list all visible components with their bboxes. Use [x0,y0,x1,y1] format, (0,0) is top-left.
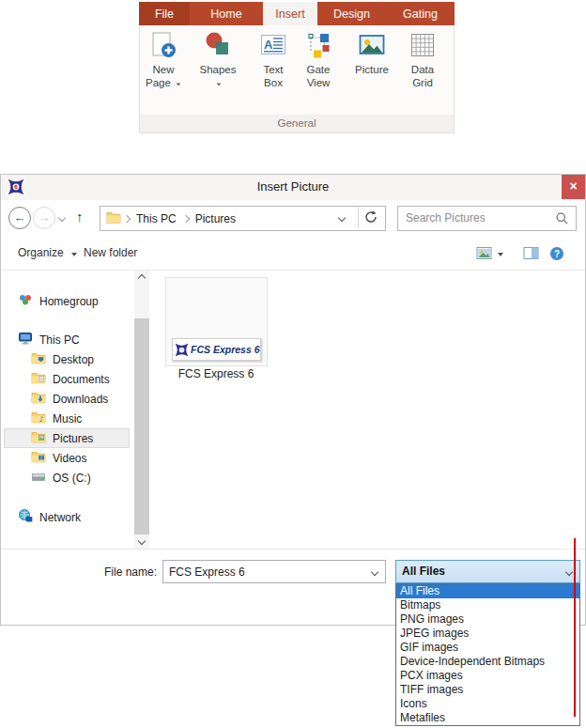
file-type-dropdown: All Files Bitmaps PNG images JPEG images… [395,583,580,726]
homegroup-icon [18,292,33,310]
folder-videos-icon [31,449,46,467]
breadcrumb-pictures[interactable]: Pictures [192,212,239,225]
dialog-title: Insert Picture [1,179,585,194]
file-type-select[interactable]: All Files [395,560,580,583]
up-button[interactable]: ↑ [76,209,84,225]
preview-pane-button[interactable] [523,246,539,263]
scroll-down-icon[interactable] [138,537,146,545]
new-page-label-2: Page [146,77,171,88]
sidebar-scrollbar[interactable] [134,271,149,549]
scrollbar-thumb[interactable] [134,318,149,534]
sidebar-item-downloads[interactable]: Downloads [31,389,108,409]
back-button[interactable]: ← [8,207,31,229]
shapes-button[interactable]: Shapes [194,31,241,89]
option-pcx[interactable]: PCX images [396,669,579,683]
picture-button[interactable]: Picture [347,31,397,76]
sidebar-item-documents[interactable]: Documents [31,369,110,389]
sidebar-item-homegroup[interactable]: Homegroup [18,291,99,311]
gate-view-button[interactable]: Gate View [295,31,342,89]
change-view-button[interactable] [476,246,492,263]
computer-icon [18,331,33,349]
breadcrumb-separator-icon [123,214,131,222]
forward-button[interactable]: → [33,207,55,229]
scroll-up-icon[interactable] [138,274,146,282]
help-icon[interactable]: ? [549,246,564,264]
thumbnail-logo-text: FCS Express 6 [191,344,260,355]
search-icon[interactable] [555,211,569,228]
new-folder-label: New folder [84,246,137,259]
option-all-files[interactable]: All Files [396,584,579,598]
ribbon-tab-strip: File Home Insert Design Gating [139,2,455,25]
file-name-input[interactable]: FCS Express 6 [162,560,386,583]
file-type-caret-icon[interactable] [565,568,573,576]
option-icons[interactable]: Icons [396,697,579,711]
folder-downloads-icon [31,390,46,408]
dropdown-caret-icon [71,253,77,256]
sidebar-item-this-pc[interactable]: This PC [18,330,80,349]
sidebar-item-desktop[interactable]: Desktop [31,349,94,369]
ribbon-body: New Page Shapes A [139,25,455,133]
folder-desktop-icon [31,350,46,368]
option-png[interactable]: PNG images [396,612,579,627]
drive-icon [31,469,46,487]
file-browser-content: Homegroup This PC [1,271,585,550]
file-item-fcs-express-6[interactable]: FCS Express 6 [165,277,268,366]
option-jpeg[interactable]: JPEG images [396,627,579,641]
shapes-icon [194,31,241,63]
data-grid-button[interactable]: Data Grid [399,31,446,89]
file-name-label: File name: [91,565,157,579]
organize-button[interactable]: Organize [18,246,77,259]
new-folder-button[interactable]: New folder [84,246,137,259]
tab-file[interactable]: File [139,2,190,25]
view-caret-icon[interactable] [498,253,503,256]
tab-home[interactable]: Home [190,2,263,25]
sidebar-item-os-c[interactable]: OS (C:) [31,468,91,488]
ribbon-group-general: General [140,115,454,132]
group-label: General [278,117,316,129]
new-page-icon [140,31,187,63]
tab-insert[interactable]: Insert [263,2,317,25]
option-metafiles[interactable]: Metafiles [396,711,579,725]
svg-text:A: A [264,38,273,52]
sidebar-item-videos[interactable]: Videos [31,448,86,468]
organize-label: Organize [18,246,64,259]
dropdown-caret-icon [217,83,222,85]
file-caption: FCS Express 6 [151,367,281,380]
tab-design[interactable]: Design [317,2,386,25]
text-box-button[interactable]: A Text Box [250,31,297,89]
file-type-value: All Files [402,565,445,578]
option-tiff[interactable]: TIFF images [396,683,579,697]
sidebar-item-pictures[interactable]: Pictures [31,428,93,448]
close-button[interactable]: × [562,175,585,199]
data-grid-label-2: Grid [412,77,433,88]
gate-view-label-2: View [307,77,331,88]
new-page-label-1: New [152,64,174,75]
text-box-label-1: Text [263,64,283,75]
dropdown-caret-icon [177,83,181,85]
text-box-icon: A [250,31,297,63]
option-dib[interactable]: Device-Independent Bitmaps [396,655,579,669]
gate-view-icon [295,31,342,63]
sidebar-item-network[interactable]: Network [18,507,81,527]
breadcrumb-separator-icon [181,214,189,222]
tab-gating[interactable]: Gating [386,2,455,25]
refresh-icon[interactable] [363,209,378,227]
dialog-titlebar[interactable]: 6 Insert Picture × [1,175,585,200]
option-gif[interactable]: GIF images [396,641,579,655]
ribbon: File Home Insert Design Gating New Page [139,2,455,133]
sidebar-item-music[interactable]: ♪ Music [31,409,82,428]
recent-locations-caret-icon[interactable] [58,214,66,222]
fcs-logo-icon [175,343,189,357]
file-name-caret-icon[interactable] [371,568,378,576]
folder-documents-icon [31,370,46,388]
breadcrumb-this-pc[interactable]: This PC [132,212,180,225]
shapes-label: Shapes [199,64,236,75]
search-input[interactable]: Search Pictures [397,206,577,231]
picture-icon [347,31,397,63]
new-page-button[interactable]: New Page [140,31,187,89]
screenshot-root: File Home Insert Design Gating New Page [0,0,586,728]
option-bitmaps[interactable]: Bitmaps [396,598,579,612]
text-box-label-2: Box [264,77,283,88]
search-placeholder: Search Pictures [406,211,486,225]
picture-label: Picture [355,64,389,75]
